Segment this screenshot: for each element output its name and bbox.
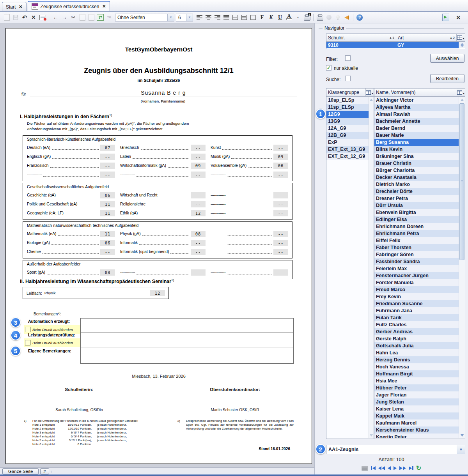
grade-field[interactable]: 09 [191, 163, 206, 169]
help-icon[interactable]: ? [355, 13, 364, 22]
swap-fields-icon[interactable]: ⇄ [96, 13, 105, 22]
student-item[interactable]: Bräuninger Sina [374, 153, 459, 160]
textblock-icon[interactable]: TB [105, 13, 113, 22]
select-button[interactable]: Auswählen [430, 54, 464, 63]
navigate-forward-icon[interactable]: → [60, 13, 69, 22]
page-number-button[interactable]: # [40, 468, 49, 474]
align-left-icon[interactable] [195, 13, 204, 22]
grade-field[interactable]: -- [273, 172, 288, 178]
paste-icon[interactable] [87, 13, 96, 22]
align-center-icon[interactable] [204, 13, 213, 22]
column-config-icon[interactable]: ▼ [457, 88, 465, 96]
own-remark-field[interactable] [80, 347, 294, 364]
student-item[interactable]: Bachmeier Annette [374, 118, 459, 125]
student-item[interactable]: Hahn Lea [374, 349, 459, 356]
grade-field[interactable]: -- [191, 145, 206, 151]
column-header-schulnr[interactable]: Schulnr. ▲1 [326, 34, 396, 41]
student-item[interactable]: Decker Anastasia [374, 174, 459, 181]
scroll-down-icon[interactable] [459, 432, 465, 438]
student-item[interactable]: Ehrlichmann Doreen [374, 223, 459, 230]
student-item[interactable]: Dürr Ursula [374, 202, 459, 209]
chevron-down-icon[interactable]: ▼ [167, 14, 174, 21]
student-item[interactable]: Hübner Peter [374, 384, 459, 391]
hide-on-print-checkbox[interactable] [25, 327, 30, 332]
undo-icon[interactable]: ↶ [20, 13, 29, 22]
grade-field[interactable]: 12 [191, 210, 206, 216]
fast-forward-icon[interactable] [399, 465, 406, 472]
student-item[interactable]: Fulan Tarik [374, 314, 459, 321]
italic-icon[interactable]: K [267, 13, 275, 22]
valign-top-icon[interactable] [249, 13, 257, 22]
student-item[interactable]: Bürger Charlotta [374, 167, 459, 174]
student-item[interactable]: Berg Susanna [374, 139, 459, 146]
grade-field[interactable]: 08 [191, 231, 206, 237]
student-item[interactable]: Ehrlichmann Petra [374, 230, 459, 237]
klassengruppe-item[interactable]: 11sp_ELSp [326, 104, 369, 111]
delete-icon[interactable]: ✕ [29, 13, 38, 22]
grade-field[interactable]: 11 [100, 210, 115, 216]
student-item[interactable]: Kerschensteiner Klaus [374, 426, 459, 434]
student-item[interactable]: Fassbinder Sandra [374, 258, 459, 265]
klassengruppe-item[interactable]: EXT_Ext_13_G9 [326, 146, 369, 153]
align-right-icon[interactable] [213, 13, 222, 22]
grade-field[interactable]: -- [273, 201, 288, 207]
student-item[interactable]: Gerber Andreas [374, 328, 459, 335]
student-item[interactable]: Förster Manuela [374, 279, 459, 286]
scroll-up-icon[interactable] [369, 97, 374, 103]
report-type-select[interactable]: AA1-Zeugnis ▼ [326, 445, 465, 454]
student-item[interactable]: Aichinger Victor [374, 97, 459, 104]
next-record-icon[interactable] [394, 465, 397, 472]
refresh-icon[interactable]: ↻ [416, 465, 421, 472]
student-item[interactable]: Feierlein Max [374, 265, 459, 272]
grade-field[interactable]: 06 [100, 192, 115, 198]
student-item[interactable]: Aliyeva Martha [374, 104, 459, 111]
grade-field[interactable]: -- [191, 192, 206, 198]
auto-remark-field[interactable] [80, 318, 294, 333]
student-item[interactable]: Bader Bernd [374, 125, 459, 132]
fast-backward-icon[interactable] [378, 465, 385, 472]
chevron-down-icon[interactable]: ▼ [186, 14, 193, 21]
edit-button[interactable]: Bearbeiten [430, 74, 464, 83]
close-module-icon[interactable]: ✕ [454, 13, 463, 22]
student-item[interactable]: Herzog Dennis [374, 356, 459, 363]
font-size-combo[interactable]: 6 ▼ [176, 14, 193, 21]
tab-zeugnisse[interactable]: Zeugnisse erfassen/drucken ✕ [28, 1, 110, 11]
tab-start[interactable]: Start ✕ [2, 2, 27, 11]
klassengruppe-item[interactable]: 10sp_ELSp [326, 97, 369, 104]
grade-field[interactable]: 08 [100, 269, 115, 276]
student-item[interactable]: Eberwein Birgitta [374, 209, 459, 216]
grade-field[interactable]: -- [273, 269, 288, 276]
cut-icon[interactable]: ✂ [69, 13, 78, 22]
first-record-icon[interactable] [371, 465, 376, 472]
close-icon[interactable]: ✕ [102, 4, 106, 9]
scroll-up-icon[interactable] [459, 97, 465, 103]
sphere-icon[interactable] [324, 13, 333, 22]
student-item[interactable]: Friedmann Susanne [374, 300, 459, 307]
student-item[interactable]: Edlinger Elsa [374, 216, 459, 223]
grade-field[interactable]: 09 [273, 154, 288, 160]
column-header-art[interactable]: Art ▲2 [396, 34, 457, 41]
student-item[interactable]: Fabringer Sören [374, 251, 459, 258]
chevron-down-icon[interactable]: ▼ [457, 445, 465, 454]
student-item[interactable]: Dietrich Marko [374, 181, 459, 188]
student-scrollbar[interactable] [459, 97, 465, 438]
grade-field[interactable]: -- [100, 249, 115, 255]
grade-field[interactable]: -- [191, 201, 206, 207]
font-family-combo[interactable]: Ohne Serifen ▼ [115, 14, 174, 21]
announcement-icon[interactable] [342, 13, 351, 22]
whole-page-button[interactable]: Ganze Seite [2, 468, 39, 474]
student-item[interactable]: Blins Kevin [374, 146, 459, 153]
grade-field[interactable]: -- [191, 154, 206, 160]
underline-icon[interactable]: U [276, 13, 284, 22]
grade-field[interactable]: -- [273, 231, 288, 237]
grade-field[interactable]: 06 [273, 163, 288, 169]
xml-transfer-icon[interactable] [441, 13, 450, 22]
print-icon[interactable] [316, 13, 324, 22]
scroll-down-icon[interactable] [369, 432, 374, 438]
klassengruppe-item[interactable]: 13G9 [326, 118, 369, 125]
search-checkbox[interactable] [345, 76, 351, 81]
student-item[interactable]: Almasi Rawiah [374, 111, 459, 118]
hide-on-print-checkbox[interactable] [25, 340, 30, 345]
grade-field[interactable]: -- [191, 249, 206, 255]
valign-bottom-icon[interactable] [231, 13, 239, 22]
